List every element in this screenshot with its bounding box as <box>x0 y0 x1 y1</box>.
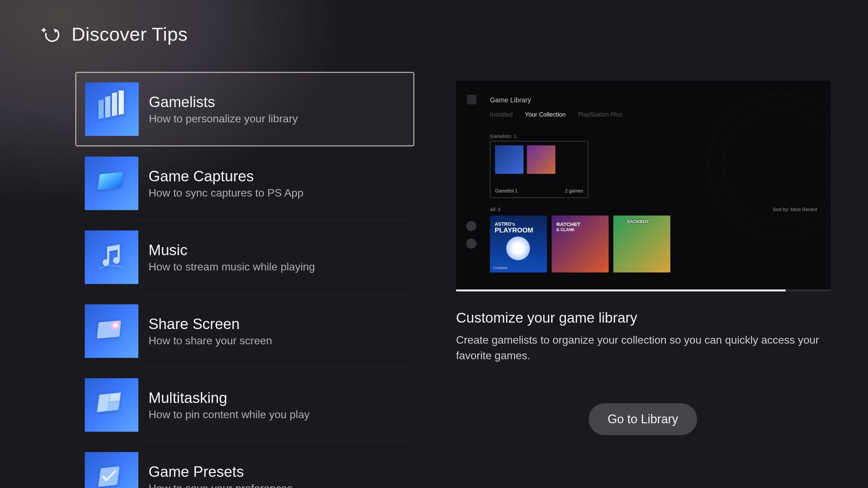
svg-rect-11 <box>110 393 120 402</box>
preview-game-tile: RATCHET& CLANK <box>552 216 609 272</box>
tip-subtitle: How to share your screen <box>149 334 272 347</box>
preview-filter-icon <box>466 239 476 249</box>
preview-sort-label: Sort by: Most Recent <box>773 207 817 212</box>
preview-app-title: Game Library <box>490 96 531 104</box>
tip-title: Music <box>149 242 315 259</box>
share-screen-icon <box>85 304 138 358</box>
tip-item-gamelists[interactable]: Gamelists How to personalize your librar… <box>75 72 414 146</box>
tips-list: Gamelists How to personalize your librar… <box>75 72 414 488</box>
preview-tab-your-collection: Your Collection <box>525 111 566 118</box>
music-icon <box>85 230 138 284</box>
preview-sort-icon <box>466 221 476 231</box>
tip-item-music[interactable]: Music How to stream music while playing <box>75 220 414 294</box>
tip-subtitle: How to personalize your library <box>149 113 298 125</box>
discover-tips-icon <box>39 24 59 44</box>
tip-subtitle: How to pin content while you play <box>149 408 310 421</box>
detail-body: Create gamelists to organize your collec… <box>456 332 826 364</box>
tip-title: Game Presets <box>149 463 293 480</box>
svg-rect-3 <box>119 90 124 115</box>
tip-title: Gamelists <box>149 94 298 110</box>
svg-rect-12 <box>108 401 119 410</box>
multitasking-icon <box>85 378 138 432</box>
tip-item-game-presets[interactable]: Game Presets How to save your preference… <box>75 442 414 488</box>
page-title: Discover Tips <box>72 23 188 45</box>
gamelists-icon <box>85 82 139 136</box>
game-presets-icon <box>85 452 138 488</box>
game-captures-icon <box>85 157 138 210</box>
tip-item-multitasking[interactable]: Multitasking How to pin content while yo… <box>75 368 414 442</box>
preview-tab-installed: Installed <box>490 111 513 118</box>
preview-gamelist-thumb <box>527 145 555 174</box>
preview-gamelist-name: Gamelist 1 <box>495 188 518 194</box>
preview-installed-badge: Installed <box>493 266 507 270</box>
preview-tab-ps-plus: PlayStation Plus <box>578 111 622 118</box>
preview-screenshot: Game Library Installed Your Collection P… <box>456 81 831 291</box>
tip-item-game-captures[interactable]: Game Captures How to sync captures to PS… <box>75 146 414 220</box>
preview-game-tile: SACKBOY <box>613 216 670 272</box>
detail-heading: Customize your game library <box>456 310 831 326</box>
preview-gamelists-label: Gamelists: 1 <box>490 134 516 139</box>
tip-subtitle: How to save your preferences <box>149 482 293 488</box>
svg-rect-1 <box>105 96 110 118</box>
svg-rect-0 <box>98 99 103 119</box>
preview-game-tile: ASTRO'sPLAYROOM Installed <box>490 216 547 272</box>
preview-gamelist-card: Gamelist 1 2 games <box>490 141 588 198</box>
preview-progress-fill <box>456 289 786 291</box>
tip-item-share-screen[interactable]: Share Screen How to share your screen <box>75 294 414 368</box>
tip-title: Multitasking <box>149 389 310 406</box>
preview-progress-track <box>456 289 831 291</box>
page-header: Discover Tips <box>39 23 188 45</box>
tip-subtitle: How to stream music while playing <box>149 261 315 273</box>
tip-title: Share Screen <box>149 316 272 332</box>
library-grid-icon <box>467 95 476 104</box>
preview-gamelist-count: 2 games <box>565 188 583 194</box>
preview-tabs: Installed Your Collection PlayStation Pl… <box>490 111 623 118</box>
tip-subtitle: How to sync captures to PS App <box>149 187 303 199</box>
background-art <box>689 81 831 257</box>
go-to-library-button[interactable]: Go to Library <box>589 403 697 435</box>
svg-rect-5 <box>98 172 123 190</box>
preview-all-label: All: 3 <box>490 207 500 212</box>
preview-gamelist-thumb <box>495 145 524 174</box>
tip-title: Game Captures <box>149 168 303 185</box>
preview-game-row: ASTRO'sPLAYROOM Installed RATCHET& CLANK… <box>490 216 670 272</box>
tip-detail: Game Library Installed Your Collection P… <box>456 81 831 364</box>
svg-rect-2 <box>112 92 117 116</box>
